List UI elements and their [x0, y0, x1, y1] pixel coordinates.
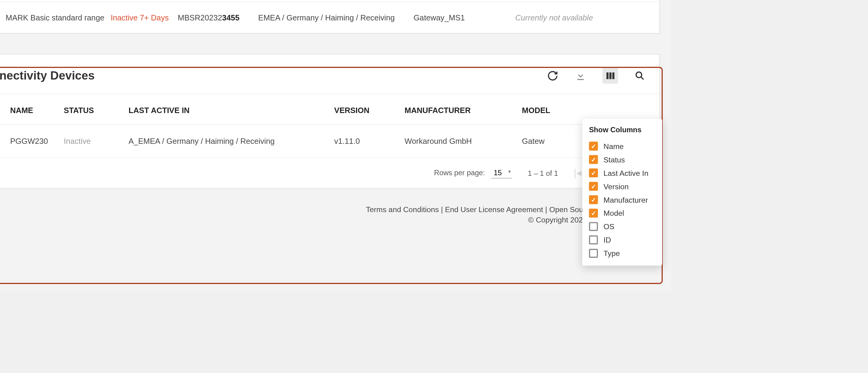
main-content: MODEL STATUS SERIAL NUMBER LAST ACTIVE I… [0, 0, 671, 291]
cell-last-active: EMEA / Germany / Haiming / Receiving [258, 13, 413, 22]
column-toggle-label: Type [603, 249, 620, 257]
column-toggle-name[interactable]: Name [589, 139, 655, 153]
column-toggle-os[interactable]: OS [589, 220, 655, 233]
checkbox-icon [589, 236, 598, 244]
connectivity-devices-card: Connectivity Devices [0, 54, 660, 189]
card-header: Connectivity Devices [0, 55, 659, 94]
column-toggle-id[interactable]: ID [589, 233, 655, 246]
svg-rect-2 [613, 72, 615, 79]
cell-manufacturer: Workaround GmbH [405, 137, 522, 145]
rows-select[interactable]: 15 [491, 167, 512, 178]
checkbox-icon [589, 222, 598, 231]
checkbox-icon [589, 249, 598, 258]
svg-line-4 [641, 77, 644, 79]
download-icon[interactable] [575, 69, 587, 82]
column-toggle-model[interactable]: Model [589, 206, 655, 220]
column-toggle-type[interactable]: Type [589, 246, 655, 260]
cell-status: Inactive [64, 137, 129, 145]
checkbox-icon [589, 169, 598, 177]
rows-per-page: Rows per page: 15 [434, 167, 512, 178]
cell-serial: MBSR202323455 [178, 13, 258, 22]
column-toggle-last-active-in[interactable]: Last Active In [589, 166, 655, 179]
first-page-button[interactable]: |◂ [574, 167, 581, 179]
rows-label: Rows per page: [434, 169, 485, 177]
cell-name: PGGW230 [10, 137, 64, 145]
svg-rect-1 [609, 72, 612, 79]
card-title: Connectivity Devices [0, 69, 95, 82]
table-row[interactable]: PGGW230InactiveA_EMEA / Germany / Haimin… [0, 125, 659, 158]
card-actions [547, 68, 646, 83]
footer-links[interactable]: Terms and Conditions | End User License … [0, 196, 660, 214]
column-toggle-label: Model [603, 209, 624, 217]
expand-icon[interactable]: ⌄ [0, 12, 6, 23]
cell-status: Inactive 7+ Days [111, 13, 178, 22]
checkbox-icon [589, 209, 598, 217]
table-row[interactable]: ⌄MARK Display mid rangeInactiveMDMR00000… [0, 0, 659, 2]
col-model[interactable]: MODEL [522, 106, 653, 115]
column-toggle-label: Manufacturer [603, 196, 648, 204]
column-toggle-label: Name [603, 142, 624, 150]
svg-point-3 [636, 72, 642, 77]
devices-table-card: MODEL STATUS SERIAL NUMBER LAST ACTIVE I… [0, 0, 660, 34]
checkbox-icon [589, 155, 598, 164]
show-columns-popover: Show Columns NameStatusLast Active InVer… [582, 119, 662, 266]
connectivity-table-header: NAME STATUS LAST ACTIVE IN VERSION MANUF… [0, 94, 659, 125]
footer-copyright: © Copyright 2021 Workaround Gm [0, 214, 660, 224]
column-toggle-label: ID [603, 236, 611, 244]
column-toggle-label: Status [603, 156, 625, 164]
refresh-icon[interactable] [547, 69, 559, 82]
column-toggle-manufacturer[interactable]: Manufacturer [589, 193, 655, 206]
col-version[interactable]: VERSION [334, 106, 405, 115]
columns-icon[interactable] [602, 68, 618, 83]
cell-last-connected: Gateway_MS1 [413, 13, 515, 22]
checkbox-icon [589, 195, 598, 204]
column-toggle-label: OS [603, 223, 615, 231]
column-toggle-label: Version [603, 182, 628, 191]
column-toggle-label: Last Active In [603, 169, 648, 177]
checkbox-icon [589, 182, 598, 191]
search-icon[interactable] [634, 69, 646, 82]
col-manufacturer[interactable]: MANUFACTURER [405, 106, 522, 115]
table-row[interactable]: ⌄MARK Basic standard rangeInactive 7+ Da… [0, 2, 659, 34]
column-toggle-version[interactable]: Version [589, 179, 655, 193]
page-range: 1 – 1 of 1 [528, 169, 558, 177]
checkbox-icon [589, 142, 598, 150]
cell-last-active: A_EMEA / Germany / Haiming / Receiving [129, 137, 334, 145]
pagination: Rows per page: 15 1 – 1 of 1 |◂ ◂ ▸ ▸| [0, 158, 659, 188]
popover-title: Show Columns [589, 126, 655, 134]
col-status[interactable]: STATUS [64, 106, 129, 115]
col-last-active[interactable]: LAST ACTIVE IN [129, 106, 334, 115]
svg-rect-0 [606, 72, 609, 79]
cell-version: v1.11.0 [334, 137, 405, 145]
column-toggle-status[interactable]: Status [589, 153, 655, 166]
cell-battery: Currently not available [515, 13, 648, 22]
col-name[interactable]: NAME [10, 106, 64, 115]
cell-model: MARK Basic standard range [6, 13, 111, 22]
